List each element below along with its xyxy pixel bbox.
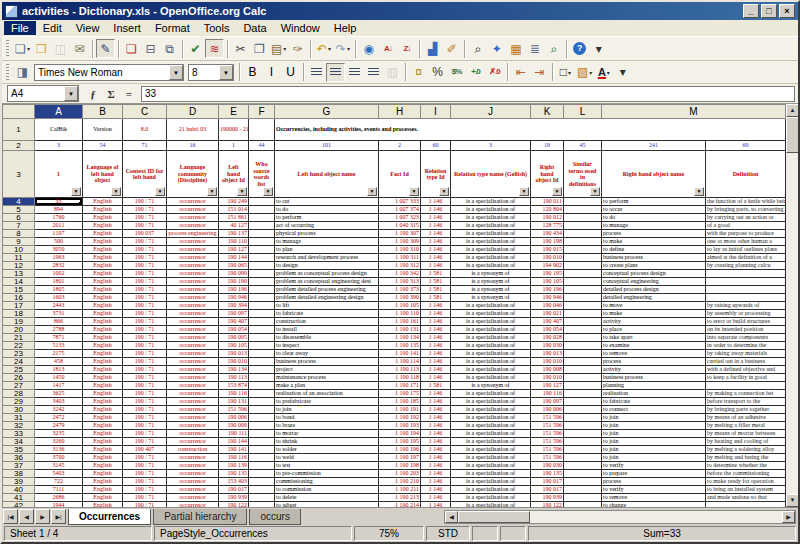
data-sources-button[interactable]: ≣ [525, 39, 544, 58]
chevron-down-icon[interactable]: ▼ [169, 65, 183, 80]
cell[interactable]: 1 190 310 [379, 246, 421, 254]
cell[interactable]: is a specialisation of [451, 238, 531, 246]
cell[interactable]: CalBik [35, 119, 83, 141]
cell[interactable]: 190 030 [531, 342, 564, 350]
cell[interactable]: 1 190 131 [379, 326, 421, 334]
cell[interactable]: 1 190 309 [379, 238, 421, 246]
cell[interactable]: 190 013 [219, 350, 249, 358]
cell[interactable]: is a specialisation of [451, 366, 531, 374]
cell[interactable]: make a plan [275, 382, 379, 390]
cell[interactable] [249, 438, 275, 446]
cell[interactable]: English [83, 254, 123, 262]
cell[interactable]: 190 116 [219, 454, 249, 462]
chevron-down-icon[interactable]: ▼ [219, 65, 233, 80]
cell[interactable] [249, 278, 275, 286]
cell[interactable]: 1 146 [421, 310, 451, 318]
cell[interactable] [564, 446, 602, 454]
cell[interactable]: 1 190 114 [379, 358, 421, 366]
maximize-button[interactable]: □ [761, 4, 777, 18]
navigator-button[interactable]: ✦ [487, 39, 506, 58]
cell[interactable] [564, 222, 602, 230]
cell[interactable]: 1 581 [421, 286, 451, 294]
cell[interactable]: 2175 [35, 350, 83, 358]
cell[interactable]: 3235 [35, 430, 83, 438]
cell[interactable]: 1 190 373 [379, 286, 421, 294]
row-header[interactable]: 7 [3, 222, 35, 230]
autofilter-button[interactable]: ▼ [367, 187, 377, 196]
cell[interactable]: 151 596 [531, 454, 564, 462]
row-header[interactable]: 22 [3, 342, 35, 350]
cell[interactable]: 151 596 [531, 446, 564, 454]
cell[interactable]: 1 190 194 [379, 430, 421, 438]
cell[interactable]: 190 013 [531, 350, 564, 358]
cell[interactable]: 190 065 [219, 262, 249, 270]
cell[interactable]: 1 146 [421, 470, 451, 478]
cell[interactable]: 1 581 [421, 294, 451, 302]
cell[interactable]: 190 054 [531, 326, 564, 334]
minimize-button[interactable]: _ [743, 4, 759, 18]
cell[interactable]: 190 141 [219, 446, 249, 454]
show-draw-functions-button[interactable]: ✐ [442, 39, 461, 58]
cell[interactable]: occurrence [167, 350, 219, 358]
cell[interactable]: 190 / 71 [123, 406, 167, 414]
cell[interactable]: is a specialisation of [451, 462, 531, 470]
cell[interactable] [564, 278, 602, 286]
column-header-I[interactable]: I [421, 105, 451, 119]
cell[interactable] [564, 214, 602, 222]
cell[interactable]: 190 407 [219, 318, 249, 326]
cell[interactable]: into separate components [706, 334, 786, 342]
font-size-combo[interactable]: 8▼ [188, 64, 234, 81]
autofilter-button[interactable]: ▼ [519, 187, 529, 196]
cell[interactable]: English [83, 238, 123, 246]
cell[interactable]: 151 596 [531, 430, 564, 438]
cell[interactable] [564, 494, 602, 502]
cell[interactable]: occurrence [167, 358, 219, 366]
cell[interactable]: 190 009 [219, 422, 249, 430]
row-header[interactable]: 40 [3, 486, 35, 494]
cell[interactable]: process [602, 478, 706, 486]
header-cell[interactable]: Language community (Discipline)▼ [167, 151, 219, 198]
cell[interactable]: 190 095 [219, 334, 249, 342]
cell[interactable]: 40 127 [219, 222, 249, 230]
cell[interactable]: 1 190 171 [379, 382, 421, 390]
cell[interactable]: 1 146 [421, 350, 451, 358]
cell[interactable]: in order to determine the [706, 342, 786, 350]
menu-file[interactable]: File [4, 21, 36, 35]
cell[interactable]: activity [602, 318, 706, 326]
cell[interactable]: 190 127 [531, 382, 564, 390]
cell[interactable]: 1801 [35, 278, 83, 286]
cell[interactable]: 190 / 71 [123, 214, 167, 222]
cell[interactable]: English [83, 422, 123, 430]
cell[interactable]: to shrink [275, 438, 379, 446]
cell[interactable]: to join [602, 446, 706, 454]
cell[interactable]: 190 006 [531, 406, 564, 414]
number-format-percent-button[interactable]: % [428, 63, 447, 82]
formula-input[interactable]: 33 [141, 86, 795, 102]
row-header[interactable]: 20 [3, 326, 35, 334]
cell[interactable]: occurrence [167, 278, 219, 286]
cell[interactable]: English [83, 222, 123, 230]
cell[interactable]: construction [167, 446, 219, 454]
cell[interactable]: 190 946 [219, 294, 249, 302]
cell[interactable]: 5403 [35, 470, 83, 478]
cell[interactable]: to remove [602, 494, 706, 502]
cell[interactable]: is a specialisation of [451, 310, 531, 318]
row-header[interactable]: 41 [3, 494, 35, 502]
cell[interactable]: with a defined objective and [706, 366, 786, 374]
cell[interactable]: 1 190 191 [379, 406, 421, 414]
scroll-up-icon[interactable]: ▲ [786, 104, 798, 117]
cell[interactable]: 190 / 71 [123, 374, 167, 382]
cell[interactable]: 1 146 [421, 438, 451, 446]
cell[interactable]: of a good [706, 222, 786, 230]
cell[interactable]: 190 / 71 [123, 494, 167, 502]
cell[interactable]: to clear away [275, 350, 379, 358]
cell[interactable]: is a specialisation of [451, 422, 531, 430]
row-header[interactable]: 5 [3, 206, 35, 214]
cell[interactable]: 190 / 71 [123, 438, 167, 446]
gallery-button[interactable]: ▦ [506, 39, 525, 58]
cell[interactable]: by creating planning calcu [706, 262, 786, 270]
cell[interactable]: conceptual engineering [602, 278, 706, 286]
cell[interactable] [249, 366, 275, 374]
cell[interactable]: 54 [83, 141, 123, 151]
cell[interactable]: 1 190 175 [379, 390, 421, 398]
